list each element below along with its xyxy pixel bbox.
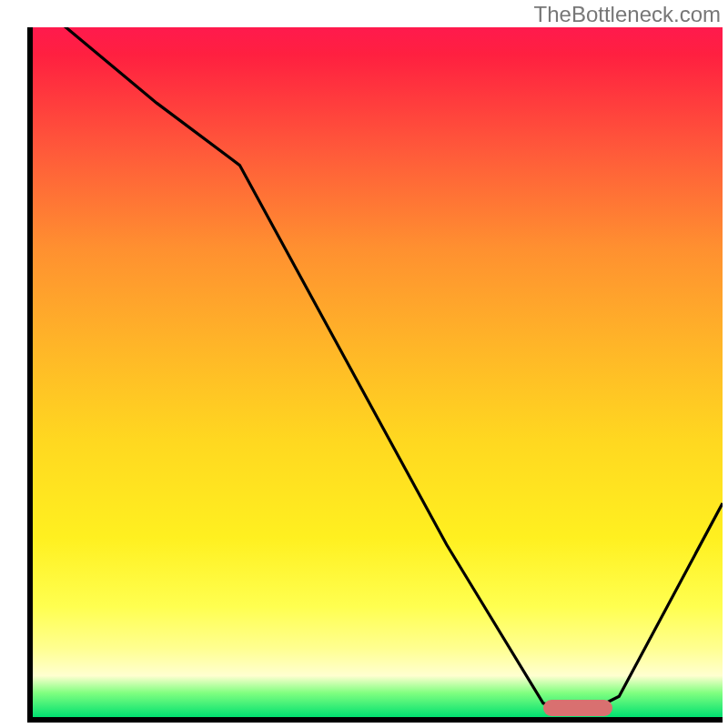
- watermark-text: TheBottleneck.com: [534, 2, 721, 27]
- bottleneck-curve: [33, 27, 723, 717]
- plot-area: [27, 27, 723, 723]
- optimal-range-marker: [543, 700, 612, 716]
- chart-container: TheBottleneck.com: [0, 0, 728, 728]
